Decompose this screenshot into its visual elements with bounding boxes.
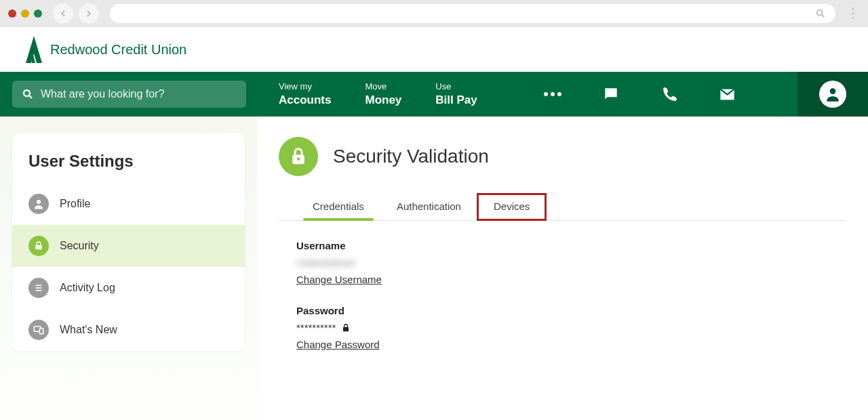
change-username-link[interactable]: Change Username — [296, 274, 382, 285]
svg-point-1 — [24, 90, 30, 96]
sidebar-item-profile[interactable]: Profile — [12, 183, 245, 225]
logo-bar: Redwood Credit Union — [0, 27, 868, 72]
person-icon — [28, 194, 49, 214]
brand-name: Redwood Credit Union — [50, 42, 186, 58]
window-zoom-button[interactable] — [34, 9, 42, 18]
sidebar-title: User Settings — [12, 133, 245, 183]
username-section: Username redacteduser Change Username — [279, 240, 846, 286]
password-value-row: ********** — [296, 322, 846, 333]
site-search[interactable] — [12, 81, 246, 108]
search-icon — [815, 8, 826, 19]
browser-back-button[interactable] — [53, 3, 73, 24]
sidebar-item-security[interactable]: Security — [12, 225, 245, 267]
tabs: Credentials Authentication Devices — [279, 194, 846, 221]
nav-links: View my Accounts Move Money Use Bill Pay — [279, 81, 477, 107]
nav-link-label: Money — [365, 93, 401, 107]
nav-link-label: Accounts — [279, 93, 331, 107]
list-icon — [28, 278, 49, 298]
browser-menu-button[interactable] — [846, 7, 860, 20]
avatar-icon — [819, 81, 846, 108]
window-traffic-lights — [8, 9, 42, 18]
brand-logo[interactable]: Redwood Credit Union — [24, 35, 186, 64]
nav-link-overline: View my — [279, 81, 331, 92]
nav-link-accounts[interactable]: View my Accounts — [279, 81, 331, 107]
sidebar-item-activity-log[interactable]: Activity Log — [12, 267, 245, 309]
password-section: Password ********** Change Password — [279, 305, 846, 351]
change-password-link[interactable]: Change Password — [296, 339, 380, 350]
mail-icon[interactable] — [718, 85, 736, 104]
nav-link-label: Bill Pay — [435, 93, 477, 107]
sidebar-card: User Settings Profile Security Activity … — [12, 133, 245, 351]
search-input[interactable] — [41, 88, 237, 100]
svg-point-11 — [297, 158, 300, 161]
username-label: Username — [296, 240, 846, 251]
search-icon — [22, 88, 34, 100]
tree-logo-icon — [24, 35, 43, 64]
tab-devices[interactable]: Devices — [477, 194, 546, 220]
main-content: Security Validation Credentials Authenti… — [257, 117, 868, 420]
more-menu-button[interactable] — [544, 92, 561, 96]
svg-point-0 — [817, 10, 823, 16]
username-value: redacteduser — [296, 257, 846, 268]
sidebar-item-label: Profile — [60, 198, 90, 210]
body-area: User Settings Profile Security Activity … — [0, 117, 868, 420]
primary-nav: View my Accounts Move Money Use Bill Pay — [0, 72, 868, 117]
browser-forward-button[interactable] — [79, 3, 99, 24]
nav-link-move-money[interactable]: Move Money — [365, 81, 401, 107]
page-title: Security Validation — [333, 146, 489, 167]
svg-point-2 — [830, 88, 836, 94]
lock-icon — [279, 137, 318, 176]
tab-credentials[interactable]: Credentials — [296, 194, 380, 220]
tab-authentication[interactable]: Authentication — [380, 194, 477, 220]
sidebar-item-label: Activity Log — [60, 282, 115, 294]
account-menu[interactable] — [797, 72, 868, 117]
svg-rect-9 — [40, 329, 43, 334]
window-close-button[interactable] — [8, 9, 16, 18]
window-minimize-button[interactable] — [21, 9, 29, 18]
nav-link-overline: Use — [435, 81, 477, 92]
lock-icon — [28, 236, 49, 256]
password-label: Password — [296, 305, 846, 316]
sidebar-item-label: What's New — [60, 324, 117, 336]
sidebar-column: User Settings Profile Security Activity … — [0, 117, 257, 420]
password-value: ********** — [296, 322, 336, 333]
page-header: Security Validation — [279, 137, 846, 176]
svg-point-3 — [37, 200, 41, 204]
lock-icon — [341, 323, 351, 333]
svg-rect-12 — [343, 327, 349, 331]
svg-rect-4 — [35, 245, 41, 250]
browser-chrome — [0, 0, 868, 27]
phone-icon[interactable] — [660, 86, 677, 103]
chat-icon[interactable] — [602, 85, 620, 103]
nav-link-overline: Move — [365, 81, 401, 92]
nav-link-bill-pay[interactable]: Use Bill Pay — [435, 81, 477, 107]
sidebar-item-label: Security — [60, 240, 99, 252]
sidebar-item-whats-new[interactable]: What's New — [12, 309, 245, 351]
browser-address-bar[interactable] — [110, 4, 835, 23]
nav-icons — [544, 72, 868, 117]
devices-icon — [28, 320, 49, 340]
